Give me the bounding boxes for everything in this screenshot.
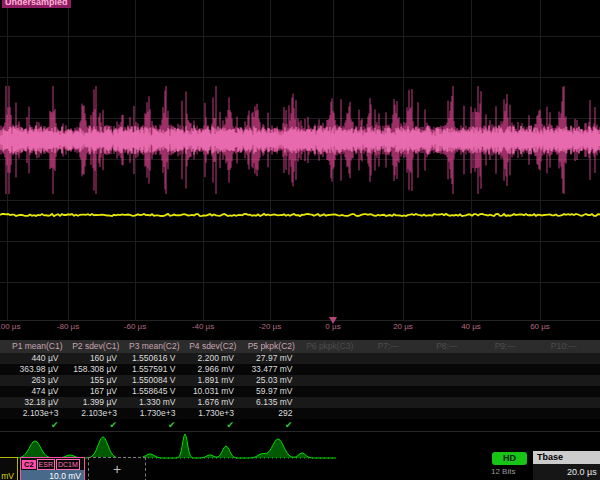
trigger-position-marker[interactable] bbox=[329, 317, 337, 324]
measurement-value: 1.730e+3 bbox=[125, 408, 184, 419]
measurement-value: 474 µV bbox=[8, 386, 67, 397]
measurement-value bbox=[301, 375, 360, 386]
measurement-header[interactable]: P3 mean(C2) bbox=[125, 340, 184, 353]
measurement-value bbox=[418, 386, 477, 397]
measurement-header[interactable]: P10:--- bbox=[535, 340, 594, 353]
measurement-value: 440 µV bbox=[8, 353, 67, 364]
measurement-value bbox=[476, 375, 535, 386]
timebase-descriptor[interactable]: Tbase 20.0 µs bbox=[533, 451, 600, 480]
measurement-value: 1.330 mV bbox=[125, 397, 184, 408]
measurement-value bbox=[418, 397, 477, 408]
measurement-value: 59.97 mV bbox=[242, 386, 301, 397]
measurement-value: 32.18 µV bbox=[8, 397, 67, 408]
measurement-value bbox=[359, 364, 418, 375]
measurement-header[interactable]: P7:--- bbox=[359, 340, 418, 353]
measurement-value: 27.97 mV bbox=[242, 353, 301, 364]
channel2-esr-badge: ESR bbox=[37, 459, 55, 470]
measurement-value bbox=[535, 353, 594, 364]
measurement-value: 1.557591 V bbox=[125, 364, 184, 375]
measurement-header-row: P1 mean(C1)P2 sdev(C1)P3 mean(C2)P4 sdev… bbox=[0, 340, 600, 353]
measurement-value bbox=[359, 397, 418, 408]
measurement-table: P1 mean(C1)P2 sdev(C1)P3 mean(C2)P4 sdev… bbox=[0, 340, 600, 432]
channel1-vertical-scale: 10.0 mV bbox=[0, 470, 17, 480]
measurement-value bbox=[476, 364, 535, 375]
measurement-value-row: 440 µV160 µV1.550616 V2.200 mV27.97 mV bbox=[0, 353, 600, 364]
measurement-header[interactable]: P6 pkpk(C3) bbox=[301, 340, 360, 353]
measurement-value bbox=[476, 353, 535, 364]
measurement-value bbox=[476, 386, 535, 397]
measurement-value: 25.03 mV bbox=[242, 375, 301, 386]
measurement-value bbox=[535, 364, 594, 375]
measurement-value bbox=[418, 353, 477, 364]
oscilloscope-screen: Undersampled -100 µs-80 µs-60 µs-40 µs-2… bbox=[0, 0, 600, 480]
time-axis-tick-label: -80 µs bbox=[57, 322, 79, 331]
time-axis-tick-label: -60 µs bbox=[124, 322, 146, 331]
measurement-value: 1.730e+3 bbox=[184, 408, 243, 419]
time-axis-tick-label: 40 µs bbox=[461, 322, 481, 331]
trace-path bbox=[0, 214, 600, 216]
measurement-header[interactable]: P5 pkpk(C2) bbox=[242, 340, 301, 353]
measurement-value: 2.103e+3 bbox=[67, 408, 126, 419]
measurement-value: 1.399 µV bbox=[67, 397, 126, 408]
measurement-value bbox=[418, 364, 477, 375]
measurement-value bbox=[301, 386, 360, 397]
add-trace-button[interactable]: + bbox=[88, 457, 146, 480]
measurement-value bbox=[359, 408, 418, 419]
measurement-value: 10.031 mV bbox=[184, 386, 243, 397]
measurement-value bbox=[535, 408, 594, 419]
measurement-value: 292 bbox=[242, 408, 301, 419]
time-axis-tick-label: 20 µs bbox=[393, 322, 413, 331]
measurement-value-row: 263 µV155 µV1.550084 V1.891 mV25.03 mV bbox=[0, 375, 600, 386]
measurement-value: 155 µV bbox=[67, 375, 126, 386]
measurement-value: 2.200 mV bbox=[184, 353, 243, 364]
channel1-descriptor[interactable]: C1 DC1M 10.0 mV bbox=[0, 457, 18, 480]
measurement-value-row: 474 µV167 µV1.558645 V10.031 mV59.97 mV bbox=[0, 386, 600, 397]
channel2-vertical-scale: 10.0 mV bbox=[21, 470, 84, 480]
channel2-coupling-badge: DC1M bbox=[56, 459, 80, 470]
measurement-value: 2.966 mV bbox=[184, 364, 243, 375]
measurement-value bbox=[301, 397, 360, 408]
measurement-value-row: 2.103e+32.103e+31.730e+31.730e+3292 bbox=[0, 408, 600, 419]
measurement-value bbox=[359, 375, 418, 386]
measurement-value: 263 µV bbox=[8, 375, 67, 386]
time-axis-tick-label: 60 µs bbox=[530, 322, 550, 331]
measurement-value bbox=[301, 408, 360, 419]
measurement-header[interactable]: P9:--- bbox=[476, 340, 535, 353]
hd-bits-label: 12 Bits bbox=[491, 467, 515, 476]
measurement-value bbox=[535, 397, 594, 408]
measurement-value bbox=[476, 408, 535, 419]
measurement-value: 2.103e+3 bbox=[8, 408, 67, 419]
measurement-header[interactable]: P1 mean(C1) bbox=[8, 340, 67, 353]
measurement-value: 1.550084 V bbox=[125, 375, 184, 386]
time-axis-tick-label: -100 µs bbox=[0, 322, 20, 331]
measurement-value bbox=[359, 353, 418, 364]
trace-path bbox=[0, 434, 336, 458]
measurement-value bbox=[535, 386, 594, 397]
measurement-value bbox=[418, 375, 477, 386]
measurement-value bbox=[359, 386, 418, 397]
measurement-value: 1.891 mV bbox=[184, 375, 243, 386]
trace-path bbox=[0, 125, 600, 154]
measurement-value: 167 µV bbox=[67, 386, 126, 397]
measurement-value-row: 32.18 µV1.399 µV1.330 mV1.676 mV6.135 mV bbox=[0, 397, 600, 408]
timebase-value: 20.0 µs bbox=[533, 464, 600, 480]
measurement-value bbox=[535, 375, 594, 386]
measurement-value bbox=[418, 408, 477, 419]
measurement-value: 1.676 mV bbox=[184, 397, 243, 408]
hd-mode-badge[interactable]: HD bbox=[492, 452, 527, 465]
measurement-header[interactable]: P2 sdev(C1) bbox=[67, 340, 126, 353]
measurement-value: 363.98 µV bbox=[8, 364, 67, 375]
measurement-value bbox=[301, 364, 360, 375]
measurement-value: 6.135 mV bbox=[242, 397, 301, 408]
measurement-value-row: 363.98 µV158.308 µV1.557591 V2.966 mV33.… bbox=[0, 364, 600, 375]
measurement-value: 158.308 µV bbox=[67, 364, 126, 375]
measurement-value: 1.550616 V bbox=[125, 353, 184, 364]
measurement-value bbox=[301, 353, 360, 364]
measurement-header[interactable]: P4 sdev(C2) bbox=[184, 340, 243, 353]
waveform-grid: Undersampled -100 µs-80 µs-60 µs-40 µs-2… bbox=[0, 0, 600, 336]
measurement-value bbox=[476, 397, 535, 408]
channel2-descriptor[interactable]: C2 ESR DC1M 10.0 mV bbox=[20, 457, 85, 480]
time-axis-tick-label: -40 µs bbox=[192, 322, 214, 331]
measurement-header[interactable]: P8:--- bbox=[418, 340, 477, 353]
undersampled-warning: Undersampled bbox=[2, 0, 71, 8]
